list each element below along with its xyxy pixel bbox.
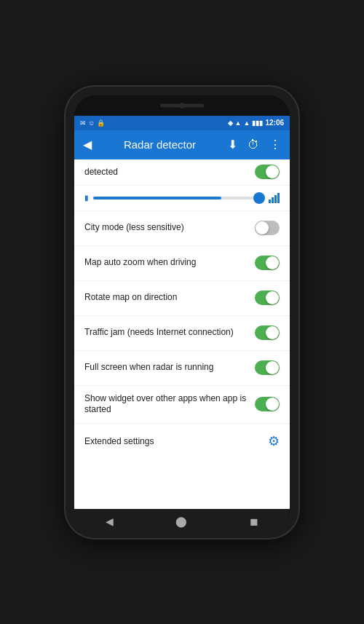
extended-settings-label: Extended settings [84,436,268,446]
battery-icon: ▮▮▮ [252,119,263,127]
slider-min-icon: ▮ [84,194,89,202]
traffic-jam-label: Traffic jam (needs Internet connection) [84,327,255,339]
slider-max-icon [269,193,280,203]
bottom-nav: ◀ ⬤ ◼ [74,509,290,529]
sensitivity-slider[interactable] [93,197,264,200]
app-bar: ◀ Radar detector ⬇ ⏱ ⋮ [74,130,290,159]
lock-icon: 🔒 [97,119,105,127]
location-icon: ◈ [228,119,233,127]
speaker [160,103,204,107]
back-button[interactable]: ◀ [80,135,95,154]
signal-icon: ▲ [235,119,242,127]
gear-icon: ⚙ [268,433,280,449]
time-display: 12:06 [265,119,284,127]
traffic-jam-knob [266,326,279,339]
slider-thumb[interactable] [253,192,265,204]
clock-button[interactable]: ⏱ [245,135,262,154]
settings-content: detected ▮ [74,159,290,509]
rotate-map-toggle[interactable] [255,291,280,305]
full-screen-row: Full screen when radar is running [74,351,290,386]
status-left-icons: ✉ ☺ 🔒 [80,119,105,127]
rotate-map-row: Rotate map on direction [74,281,290,316]
detected-toggle-knob [266,165,279,178]
phone-screen: ✉ ☺ 🔒 ◈ ▲ ▲ ▮▮▮ 12:06 ◀ Radar detector ⬇… [74,95,290,529]
nav-back-button[interactable]: ◀ [94,511,125,529]
wifi-icon: ▲ [244,119,250,127]
detected-toggle[interactable] [255,165,280,179]
show-widget-label: Show widget over other apps when app is … [84,393,255,416]
map-auto-zoom-label: Map auto zoom when driving [84,257,255,269]
slider-fill [93,197,221,200]
status-bar: ✉ ☺ 🔒 ◈ ▲ ▲ ▮▮▮ 12:06 [74,116,290,130]
city-mode-toggle[interactable] [255,221,280,235]
phone-frame: ✉ ☺ 🔒 ◈ ▲ ▲ ▮▮▮ 12:06 ◀ Radar detector ⬇… [66,87,298,538]
show-widget-row: Show widget over other apps when app is … [74,386,290,424]
extended-settings-row[interactable]: Extended settings ⚙ [74,424,290,459]
show-widget-knob [266,398,279,411]
app-bar-title: Radar detector [99,138,221,151]
city-mode-row: City mode (less sensitive) [74,211,290,246]
detected-row: detected [74,159,290,186]
show-widget-toggle[interactable] [255,397,280,411]
detected-label: detected [84,167,255,177]
rotate-map-knob [266,291,279,304]
full-screen-knob [266,361,279,374]
sensitivity-slider-row: ▮ [74,186,290,211]
nav-recents-button[interactable]: ◼ [238,511,270,529]
smiley-icon: ☺ [88,119,95,127]
traffic-jam-row: Traffic jam (needs Internet connection) [74,316,290,351]
city-mode-knob [256,221,269,234]
email-icon: ✉ [80,119,86,127]
city-mode-label: City mode (less sensitive) [84,222,255,234]
status-right-icons: ◈ ▲ ▲ ▮▮▮ 12:06 [228,119,284,127]
map-auto-zoom-row: Map auto zoom when driving [74,246,290,281]
traffic-jam-toggle[interactable] [255,325,280,340]
nav-home-button[interactable]: ⬤ [164,511,199,529]
download-button[interactable]: ⬇ [225,135,240,154]
map-auto-zoom-knob [266,256,279,269]
map-auto-zoom-toggle[interactable] [255,256,280,270]
rotate-map-label: Rotate map on direction [84,292,255,304]
full-screen-label: Full screen when radar is running [84,362,255,374]
more-button[interactable]: ⋮ [266,135,284,154]
phone-top-hardware [74,95,290,116]
full-screen-toggle[interactable] [255,360,280,375]
